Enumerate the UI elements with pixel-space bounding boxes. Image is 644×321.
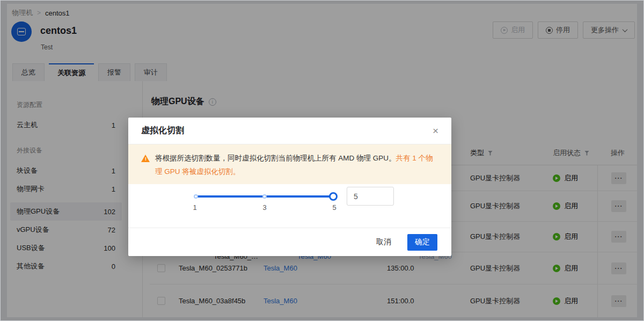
dialog-footer: 取消 确定 bbox=[128, 228, 451, 256]
warning-alert: ! 将根据所选切割数量，同时虚拟化切割当前物理机上所有 AMD 物理 GPU。共… bbox=[128, 144, 451, 184]
slider-mark-3: 3 bbox=[261, 203, 268, 211]
dialog-title: 虚拟化切割 bbox=[141, 125, 184, 136]
warning-text: 将根据所选切割数量，同时虚拟化切割当前物理机上所有 AMD 物理 GPU。共有 … bbox=[155, 151, 438, 184]
slider-mark-5: 5 bbox=[331, 203, 338, 211]
warning-text-normal: 将根据所选切割数量，同时虚拟化切割当前物理机上所有 AMD 物理 GPU。 bbox=[155, 154, 396, 162]
close-icon[interactable]: × bbox=[433, 126, 438, 136]
split-count-slider[interactable] bbox=[195, 195, 334, 198]
slider-dot bbox=[194, 194, 198, 199]
virtualization-split-dialog: 虚拟化切割 × ! 将根据所选切割数量，同时虚拟化切割当前物理机上所有 AMD … bbox=[128, 118, 451, 256]
split-count-input[interactable] bbox=[347, 187, 394, 206]
slider-handle[interactable] bbox=[329, 192, 338, 201]
confirm-button[interactable]: 确定 bbox=[407, 234, 437, 251]
slider-mark-1: 1 bbox=[191, 203, 199, 211]
dialog-body: 1 3 5 bbox=[128, 184, 451, 228]
app-window: 物理机 > centos1 centos1 Test 启用 停用 更多操作 bbox=[0, 0, 644, 321]
dialog-header: 虚拟化切割 × bbox=[128, 118, 451, 144]
slider-dot bbox=[262, 194, 267, 199]
cancel-button[interactable]: 取消 bbox=[376, 237, 391, 247]
warning-icon: ! bbox=[141, 155, 150, 162]
